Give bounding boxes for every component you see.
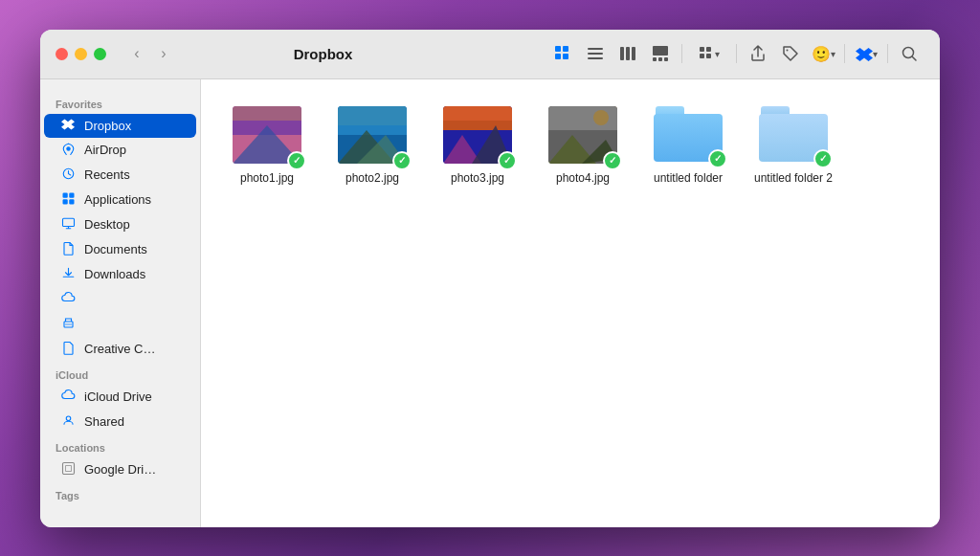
file-name-photo4: photo4.jpg xyxy=(556,171,610,187)
sidebar-item-shared[interactable]: Shared xyxy=(44,410,196,434)
tag-button[interactable] xyxy=(775,38,806,69)
svg-rect-26 xyxy=(69,199,74,204)
svg-line-20 xyxy=(913,57,917,61)
file-name-folder1: untitled folder xyxy=(654,171,723,187)
svg-rect-16 xyxy=(700,54,704,58)
svg-rect-23 xyxy=(62,192,67,197)
maximize-button[interactable] xyxy=(94,48,106,60)
file-name-photo1: photo1.jpg xyxy=(240,171,294,187)
locations-label: Locations xyxy=(40,434,200,457)
svg-rect-6 xyxy=(588,57,603,59)
svg-rect-2 xyxy=(555,54,561,59)
file-thumb-wrapper-photo2: ✓ xyxy=(338,106,407,166)
desktop-icon xyxy=(59,216,77,234)
sidebar-item-dropbox-label: Dropbox xyxy=(84,119,131,133)
file-name-photo3: photo3.jpg xyxy=(451,171,504,187)
sidebar-item-google-drive-label: Google Dri… xyxy=(84,462,156,477)
svg-point-19 xyxy=(903,48,914,58)
svg-rect-27 xyxy=(62,218,74,226)
view-columns-button[interactable] xyxy=(612,38,643,69)
svg-rect-39 xyxy=(338,106,407,125)
icloud-icon xyxy=(59,389,77,406)
view-icons-button[interactable] xyxy=(547,38,578,69)
svg-point-47 xyxy=(593,110,609,125)
svg-rect-0 xyxy=(555,46,561,52)
sidebar-item-airdrop-label: AirDrop xyxy=(84,143,126,157)
file-item-photo2[interactable]: ✓ photo2.jpg xyxy=(329,99,415,194)
sidebar-item-recents-label: Recents xyxy=(84,167,130,182)
window-title: Dropbox xyxy=(110,46,536,62)
search-button[interactable] xyxy=(894,38,924,69)
sort-button[interactable]: ▾ xyxy=(688,38,730,69)
sidebar-item-desktop-label: Desktop xyxy=(84,217,130,232)
svg-rect-25 xyxy=(62,199,67,204)
toolbar-divider-2 xyxy=(736,44,737,63)
file-item-photo3[interactable]: ✓ photo3.jpg xyxy=(434,99,521,194)
svg-rect-11 xyxy=(653,57,657,61)
sidebar-item-applications-label: Applications xyxy=(84,192,151,207)
shared-icon xyxy=(59,413,77,431)
favorites-label: Favorites xyxy=(40,91,200,114)
sidebar-item-creativec[interactable]: Creative C… xyxy=(44,337,196,362)
file-name-folder2: untitled folder 2 xyxy=(754,171,833,187)
googledrive-icon xyxy=(59,461,77,478)
toolbar-view-buttons: ▾ 🙂▾ ▾ xyxy=(547,38,924,69)
sidebar-item-google-drive[interactable]: Google Dri… xyxy=(44,457,196,482)
close-button[interactable] xyxy=(56,48,68,60)
toolbar-divider-1 xyxy=(681,44,682,63)
dropbox-icon xyxy=(59,118,77,134)
emoji-button[interactable]: 🙂▾ xyxy=(808,38,838,69)
svg-rect-5 xyxy=(588,53,603,55)
tags-label: Tags xyxy=(40,482,200,505)
main-content: Favorites Dropbox xyxy=(40,79,940,527)
downloads-icon xyxy=(59,266,77,283)
share-button[interactable] xyxy=(743,38,773,69)
file-name-photo2: photo2.jpg xyxy=(345,171,399,187)
sidebar-item-dropbox[interactable]: Dropbox xyxy=(44,114,196,138)
sidebar-item-extra2[interactable] xyxy=(44,312,196,337)
file-item-photo4[interactable]: ✓ photo4.jpg xyxy=(540,99,626,194)
svg-rect-34 xyxy=(233,106,301,121)
sidebar-item-icloud-drive[interactable]: iCloud Drive xyxy=(44,385,196,410)
icloud-label: iCloud xyxy=(40,362,200,385)
applications-icon xyxy=(59,191,77,209)
svg-rect-14 xyxy=(700,47,704,52)
svg-rect-15 xyxy=(706,47,711,52)
svg-rect-1 xyxy=(563,46,568,52)
svg-point-18 xyxy=(787,50,789,52)
airdrop-icon xyxy=(59,142,77,159)
sidebar-item-downloads[interactable]: Downloads xyxy=(44,262,196,287)
svg-rect-44 xyxy=(443,106,512,121)
folder-thumb-wrapper-1: ✓ xyxy=(654,106,723,166)
view-gallery-button[interactable] xyxy=(645,38,676,69)
file-thumb-wrapper-photo4: ✓ xyxy=(548,106,617,166)
svg-rect-24 xyxy=(69,192,74,197)
sidebar-item-downloads-label: Downloads xyxy=(84,267,145,281)
sidebar-item-recents[interactable]: Recents xyxy=(44,163,196,188)
file-item-photo1[interactable]: ✓ photo1.jpg xyxy=(224,99,310,194)
sidebar-item-airdrop[interactable]: AirDrop xyxy=(44,138,196,163)
sidebar-item-desktop[interactable]: Desktop xyxy=(44,212,196,237)
sidebar-item-applications[interactable]: Applications xyxy=(44,188,196,212)
traffic-lights xyxy=(56,48,106,60)
sidebar-item-extra1[interactable] xyxy=(44,287,196,312)
finder-window: ‹ › Dropbox xyxy=(40,30,940,527)
dropbox-toolbar-button[interactable]: ▾ xyxy=(851,38,881,69)
toolbar-divider-3 xyxy=(844,44,845,63)
file-thumb-wrapper-photo3: ✓ xyxy=(443,106,512,166)
minimize-button[interactable] xyxy=(75,48,87,60)
svg-rect-30 xyxy=(62,462,74,474)
sidebar-item-documents-label: Documents xyxy=(84,242,147,256)
svg-rect-17 xyxy=(706,54,711,58)
svg-point-29 xyxy=(66,416,71,421)
view-list-button[interactable] xyxy=(580,38,611,69)
file-item-folder2[interactable]: ✓ untitled folder 2 xyxy=(750,99,836,194)
sidebar-item-creativec-label: Creative C… xyxy=(84,342,155,356)
check-badge-folder1: ✓ xyxy=(708,149,727,168)
check-badge-folder2: ✓ xyxy=(813,149,833,168)
file-item-folder1[interactable]: ✓ untitled folder xyxy=(645,99,731,194)
svg-rect-4 xyxy=(588,48,603,50)
svg-rect-13 xyxy=(664,57,668,61)
sidebar-item-documents[interactable]: Documents xyxy=(44,237,196,262)
check-badge-photo3: ✓ xyxy=(498,151,517,170)
